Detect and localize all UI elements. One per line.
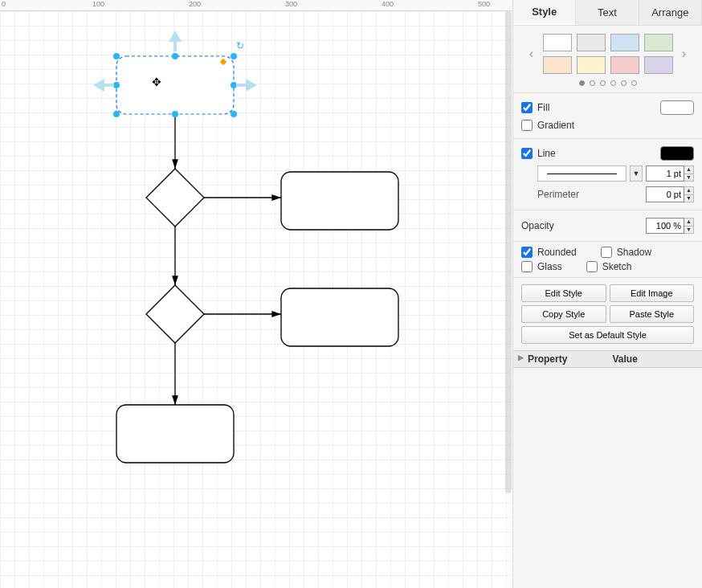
scrollbar-thumb[interactable] [505,11,512,493]
vertical-scrollbar[interactable] [504,11,512,588]
edit-image-button[interactable]: Edit Image [610,284,695,302]
sidebar-tabs: Style Text Arrange [513,0,702,26]
glass-label: Glass [537,261,562,272]
gradient-checkbox[interactable] [521,120,533,131]
palette-swatch[interactable] [610,56,639,74]
tab-style[interactable]: Style [513,0,576,25]
palette-swatch[interactable] [577,56,606,74]
page-dot[interactable] [600,80,606,86]
directional-arrows [88,27,265,140]
glass-checkbox[interactable] [521,261,533,272]
page-dot[interactable] [579,80,585,86]
fill-color-swatch[interactable] [660,100,694,115]
paste-style-button[interactable]: Paste Style [610,305,695,323]
set-default-style-button[interactable]: Set as Default Style [521,326,694,344]
ruler-tick: 0 [2,0,6,8]
edit-style-button[interactable]: Edit Style [521,284,606,302]
canvas-area[interactable]: 0 100 200 300 400 500 [0,0,512,588]
fill-checkbox[interactable] [521,102,533,113]
sketch-label: Sketch [602,261,632,272]
properties-header[interactable]: ▶ Property Value [513,350,702,368]
line-label: Line [537,148,556,159]
shape-diamond-1[interactable] [146,169,204,227]
page-dot[interactable] [631,80,637,86]
line-style-dropdown-icon[interactable]: ▼ [630,165,643,182]
palette-swatch[interactable] [543,56,572,74]
ruler-tick: 200 [189,0,201,8]
perimeter-label: Perimeter [537,189,579,200]
palette-next-icon[interactable]: › [678,47,691,61]
copy-style-button[interactable]: Copy Style [521,305,606,323]
property-column-label: Property [528,353,613,365]
tab-text[interactable]: Text [576,0,639,25]
page-dot[interactable] [590,80,595,86]
page-dot[interactable] [621,80,626,86]
horizontal-ruler: 0 100 200 300 400 500 [0,0,512,11]
palette-swatch[interactable] [644,34,673,51]
palette-swatch[interactable] [543,34,572,51]
opacity-label: Opacity [521,220,554,231]
line-color-swatch[interactable] [660,146,694,161]
shadow-label: Shadow [617,247,651,258]
perimeter-input[interactable] [646,186,684,202]
fill-label: Fill [537,102,549,113]
line-width-input[interactable] [646,165,684,182]
line-checkbox[interactable] [521,148,533,159]
opacity-stepper[interactable]: ▲▼ [684,218,694,234]
shape-diamond-2[interactable] [146,285,204,343]
shape-rect-3[interactable] [116,405,234,463]
value-column-label: Value [613,353,698,365]
gradient-label: Gradient [537,120,574,131]
line-width-stepper[interactable]: ▲▼ [684,165,694,182]
tab-arrange[interactable]: Arrange [639,0,702,25]
perimeter-stepper[interactable]: ▲▼ [684,186,694,202]
opacity-input[interactable] [646,218,684,234]
page-dot[interactable] [610,80,616,86]
ruler-tick: 300 [285,0,297,8]
palette-page-dots [513,77,702,92]
format-sidebar: Style Text Arrange ‹ › [512,0,702,588]
line-style-select[interactable] [537,165,626,182]
ruler-tick: 400 [382,0,394,8]
drawing-canvas[interactable]: ↻ ✥ [0,11,512,588]
palette-swatch[interactable] [644,56,673,74]
palette-swatch[interactable] [577,34,606,51]
ruler-tick: 100 [92,0,104,8]
shape-rect-2[interactable] [281,288,398,346]
shadow-checkbox[interactable] [601,247,612,258]
rounded-checkbox[interactable] [521,247,533,258]
expand-icon[interactable]: ▶ [518,353,526,365]
sketch-checkbox[interactable] [586,261,598,272]
color-palette: ‹ › [513,26,702,77]
palette-prev-icon[interactable]: ‹ [525,47,538,61]
shape-rect-1[interactable] [281,172,398,230]
ruler-tick: 500 [478,0,490,8]
rounded-label: Rounded [537,247,577,258]
palette-swatch[interactable] [610,34,639,51]
